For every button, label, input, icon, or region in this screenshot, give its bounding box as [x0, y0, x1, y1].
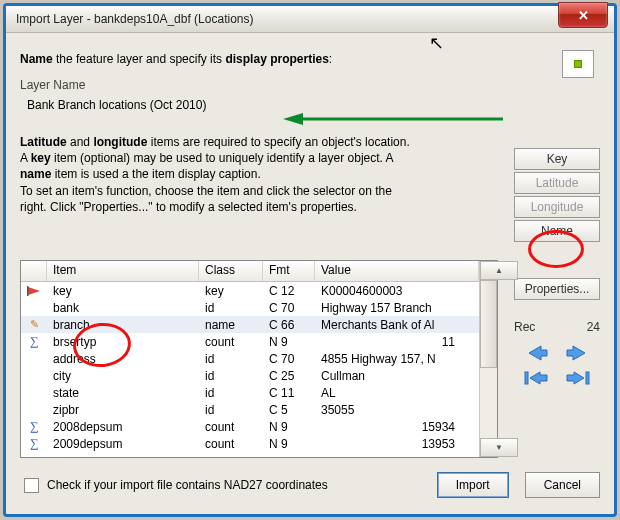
row-type-icon: ∑ [21, 334, 47, 349]
table-row[interactable]: zipbridC 535055 [21, 401, 479, 418]
row-type-icon [21, 286, 47, 296]
cell-value: 13953 [315, 437, 479, 451]
scroll-down-button[interactable]: ▼ [480, 438, 518, 457]
first-record-button[interactable] [524, 370, 548, 386]
cell-item: brsertyp [47, 335, 199, 349]
cell-value: K00004600003 [315, 284, 479, 298]
scroll-up-button[interactable]: ▲ [480, 261, 518, 280]
scroll-track[interactable] [480, 368, 497, 438]
svg-marker-5 [530, 372, 547, 384]
cell-fmt: N 9 [263, 437, 315, 451]
titlebar[interactable]: Import Layer - bankdeps10A_dbf (Location… [6, 6, 614, 33]
cell-value: Highway 157 Branch [315, 301, 479, 315]
table-row[interactable]: bankidC 70Highway 157 Branch [21, 299, 479, 316]
cell-class: id [199, 386, 263, 400]
help-paragraph: Latitude and longitude items are require… [20, 134, 480, 215]
close-icon: ✕ [578, 8, 589, 23]
svg-rect-6 [586, 372, 589, 384]
cell-value: 11 [315, 335, 479, 349]
assign-latitude-button[interactable]: Latitude [514, 172, 600, 194]
cell-value: 35055 [315, 403, 479, 417]
cancel-button[interactable]: Cancel [525, 472, 600, 498]
assign-name-button[interactable]: Name [514, 220, 600, 242]
list-scrollbar[interactable]: ▲ ▼ [479, 261, 497, 457]
cell-value: Cullman [315, 369, 479, 383]
cell-item: city [47, 369, 199, 383]
nad27-label: Check if your import file contains NAD27… [47, 478, 328, 492]
list-header[interactable]: Item Class Fmt Value [21, 261, 479, 282]
nad27-checkbox[interactable] [24, 478, 39, 493]
next-record-button[interactable] [566, 344, 588, 362]
window-title: Import Layer - bankdeps10A_dbf (Location… [16, 12, 253, 26]
cell-value: Merchants Bank of Al [315, 318, 479, 332]
col-value[interactable]: Value [315, 261, 479, 281]
table-row[interactable]: addressidC 704855 Highway 157, N [21, 350, 479, 367]
layer-name-label: Layer Name [20, 78, 600, 92]
cell-item: bank [47, 301, 199, 315]
table-row[interactable]: keykeyC 12K00004600003 [21, 282, 479, 299]
cell-fmt: C 70 [263, 352, 315, 366]
row-type-icon: ∑ [21, 419, 47, 434]
cell-item: zipbr [47, 403, 199, 417]
table-row[interactable]: ∑2008depsumcountN 915934 [21, 418, 479, 435]
cell-fmt: C 12 [263, 284, 315, 298]
table-row[interactable]: stateidC 11AL [21, 384, 479, 401]
cell-class: id [199, 301, 263, 315]
prev-record-button[interactable] [526, 344, 548, 362]
cell-fmt: N 9 [263, 335, 315, 349]
scroll-thumb[interactable] [480, 280, 497, 368]
layer-name-input[interactable]: Bank Branch locations (Oct 2010) [20, 94, 480, 116]
color-swatch-button[interactable] [562, 50, 594, 78]
cell-item: 2009depsum [47, 437, 199, 451]
row-type-icon: ✎ [21, 318, 47, 331]
cell-class: count [199, 335, 263, 349]
svg-rect-4 [525, 372, 528, 384]
cell-fmt: C 25 [263, 369, 315, 383]
assign-longitude-button[interactable]: Longitude [514, 196, 600, 218]
svg-rect-9 [27, 286, 29, 296]
cell-value: 15934 [315, 420, 479, 434]
color-swatch-icon [574, 60, 582, 68]
cell-class: name [199, 318, 263, 332]
col-fmt[interactable]: Fmt [263, 261, 315, 281]
svg-marker-2 [529, 346, 547, 360]
cell-item: branch [47, 318, 199, 332]
table-row[interactable]: ∑brsertypcountN 911 [21, 333, 479, 350]
cell-class: key [199, 284, 263, 298]
cell-value: 4855 Highway 157, N [315, 352, 479, 366]
last-record-button[interactable] [566, 370, 590, 386]
svg-marker-3 [567, 346, 585, 360]
row-type-icon: ∑ [21, 436, 47, 451]
cell-fmt: C 66 [263, 318, 315, 332]
cell-class: count [199, 420, 263, 434]
cell-fmt: N 9 [263, 420, 315, 434]
col-class[interactable]: Class [199, 261, 263, 281]
cell-class: id [199, 369, 263, 383]
instruction-line: Name the feature layer and specify its d… [20, 52, 600, 66]
cell-fmt: C 70 [263, 301, 315, 315]
cell-fmt: C 11 [263, 386, 315, 400]
close-button[interactable]: ✕ [558, 2, 608, 28]
svg-marker-7 [567, 372, 584, 384]
assign-key-button[interactable]: Key [514, 148, 600, 170]
cell-item: state [47, 386, 199, 400]
cell-class: id [199, 352, 263, 366]
cell-item: address [47, 352, 199, 366]
cell-fmt: C 5 [263, 403, 315, 417]
rec-value: 24 [554, 320, 600, 334]
svg-marker-8 [28, 287, 40, 295]
cell-class: id [199, 403, 263, 417]
fields-list[interactable]: Item Class Fmt Value keykeyC 12K00004600… [20, 260, 498, 458]
properties-button[interactable]: Properties... [514, 278, 600, 300]
rec-label: Rec [514, 320, 535, 334]
import-button[interactable]: Import [437, 472, 509, 498]
table-row[interactable]: ✎branchnameC 66Merchants Bank of Al [21, 316, 479, 333]
cell-item: 2008depsum [47, 420, 199, 434]
cell-item: key [47, 284, 199, 298]
table-row[interactable]: ∑2009depsumcountN 913953 [21, 435, 479, 452]
table-row[interactable]: cityidC 25Cullman [21, 367, 479, 384]
col-item[interactable]: Item [47, 261, 199, 281]
layer-name-value: Bank Branch locations (Oct 2010) [27, 98, 206, 112]
cell-value: AL [315, 386, 479, 400]
cell-class: count [199, 437, 263, 451]
